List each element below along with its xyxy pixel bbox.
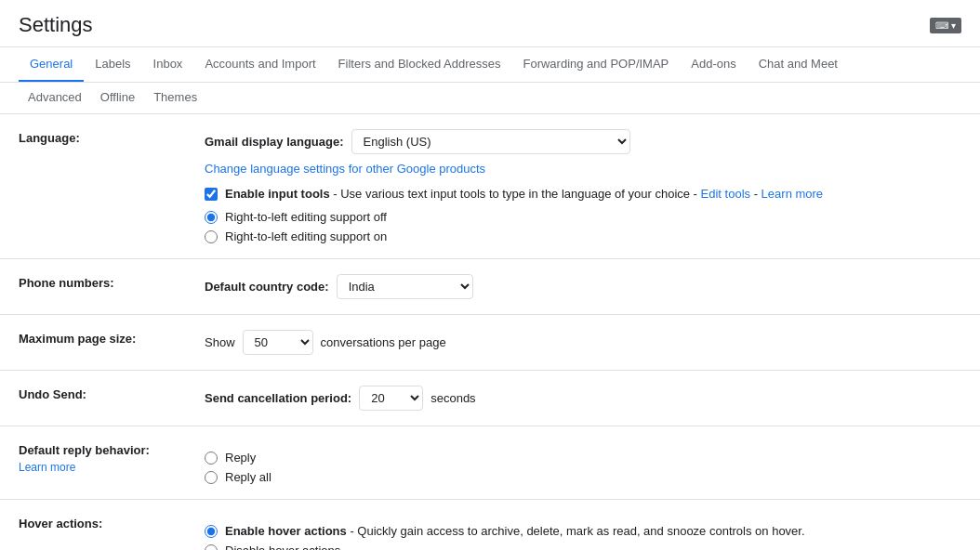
reply-all-row: Reply all	[205, 470, 961, 484]
language-select[interactable]: English (US) English (UK) French German …	[351, 129, 630, 154]
tab-forwarding[interactable]: Forwarding and POP/IMAP	[511, 47, 680, 83]
undo-inline: Send cancellation period: 5 10 20 30 sec…	[205, 386, 961, 411]
tab-chat[interactable]: Chat and Meet	[748, 47, 849, 83]
max-page-size-label: Maximum page size:	[19, 330, 205, 346]
enable-hover-label: Enable hover actions - Quickly gain acce…	[225, 524, 805, 538]
reply-all-label: Reply all	[225, 470, 271, 484]
enable-input-tools-checkbox[interactable]	[205, 188, 218, 201]
phone-numbers-label: Phone numbers:	[19, 274, 205, 290]
default-reply-row: Default reply behavior: Learn more Reply…	[0, 426, 980, 500]
hover-actions-control: Enable hover actions - Quickly gain acce…	[205, 515, 961, 550]
rtl-off-label: Right-to-left editing support off	[225, 210, 387, 224]
language-row: Language: Gmail display language: Englis…	[0, 114, 980, 259]
reply-radio[interactable]	[205, 452, 218, 465]
reply-radio-group: Reply Reply all	[205, 451, 961, 484]
tab-general[interactable]: General	[19, 47, 84, 83]
subtab-advanced[interactable]: Advanced	[19, 83, 91, 114]
tab-accounts[interactable]: Accounts and Import	[193, 47, 326, 83]
learn-more-input-tools-link[interactable]: Learn more	[761, 187, 823, 201]
sub-tabs: Advanced Offline Themes	[0, 83, 980, 114]
main-tabs: General Labels Inbox Accounts and Import…	[0, 47, 980, 83]
rtl-off-row: Right-to-left editing support off	[205, 210, 961, 224]
show-label: Show	[205, 335, 235, 349]
enable-input-tools-label: Enable input tools - Use various text in…	[225, 187, 823, 201]
default-reply-label: Default reply behavior: Learn more	[19, 441, 205, 474]
edit-tools-link[interactable]: Edit tools	[701, 187, 750, 201]
phone-numbers-row: Phone numbers: Default country code: Ind…	[0, 259, 980, 315]
undo-send-control: Send cancellation period: 5 10 20 30 sec…	[205, 386, 961, 411]
conversations-per-page-label: conversations per page	[321, 335, 446, 349]
language-label: Language:	[19, 129, 205, 145]
language-control: Gmail display language: English (US) Eng…	[205, 129, 961, 243]
subtab-offline[interactable]: Offline	[91, 83, 144, 114]
hover-radio-group: Enable hover actions - Quickly gain acce…	[205, 524, 961, 550]
page-size-select[interactable]: 10 15 20 25 50 100	[243, 330, 313, 355]
enable-hover-radio[interactable]	[205, 525, 218, 538]
reply-label: Reply	[225, 451, 256, 465]
keyboard-icon: ⌨ ▾	[930, 18, 961, 33]
disable-hover-label: Disable hover actions	[225, 543, 340, 550]
undo-send-label: Undo Send:	[19, 386, 205, 401]
max-page-size-control: Show 10 15 20 25 50 100 conversations pe…	[205, 330, 961, 355]
tab-labels[interactable]: Labels	[84, 47, 141, 83]
disable-hover-radio[interactable]	[205, 544, 218, 551]
country-code-label: Default country code:	[205, 280, 329, 294]
undo-send-row: Undo Send: Send cancellation period: 5 1…	[0, 371, 980, 426]
page-size-inline: Show 10 15 20 25 50 100 conversations pe…	[205, 330, 961, 355]
reply-row: Reply	[205, 451, 961, 465]
tab-addons[interactable]: Add-ons	[680, 47, 747, 83]
cancellation-period-label: Send cancellation period:	[205, 391, 351, 405]
max-page-size-row: Maximum page size: Show 10 15 20 25 50 1…	[0, 315, 980, 371]
hover-actions-label: Hover actions:	[19, 515, 205, 530]
country-code-select[interactable]: India United States United Kingdom Austr…	[337, 274, 473, 299]
seconds-label: seconds	[430, 391, 475, 405]
reply-all-radio[interactable]	[205, 471, 218, 484]
rtl-on-radio[interactable]	[205, 230, 218, 243]
rtl-off-radio[interactable]	[205, 211, 218, 224]
tab-filters[interactable]: Filters and Blocked Addresses	[327, 47, 512, 83]
tab-inbox[interactable]: Inbox	[142, 47, 194, 83]
enable-input-tools-row: Enable input tools - Use various text in…	[205, 187, 961, 201]
default-reply-control: Reply Reply all	[205, 441, 961, 484]
display-language-label: Gmail display language:	[205, 135, 344, 149]
hover-actions-row: Hover actions: Enable hover actions - Qu…	[0, 500, 980, 550]
default-reply-learn-more[interactable]: Learn more	[19, 461, 205, 474]
undo-send-select[interactable]: 5 10 20 30	[359, 386, 423, 411]
page-title: Settings	[19, 13, 93, 37]
rtl-on-row: Right-to-left editing support on	[205, 229, 961, 243]
rtl-radio-group: Right-to-left editing support off Right-…	[205, 210, 961, 243]
rtl-on-label: Right-to-left editing support on	[225, 229, 387, 243]
phone-numbers-control: Default country code: India United State…	[205, 274, 961, 299]
change-language-link[interactable]: Change language settings for other Googl…	[205, 162, 961, 176]
settings-content: Language: Gmail display language: Englis…	[0, 114, 980, 550]
subtab-themes[interactable]: Themes	[144, 83, 206, 114]
disable-hover-row: Disable hover actions	[205, 543, 961, 550]
enable-hover-row: Enable hover actions - Quickly gain acce…	[205, 524, 961, 538]
